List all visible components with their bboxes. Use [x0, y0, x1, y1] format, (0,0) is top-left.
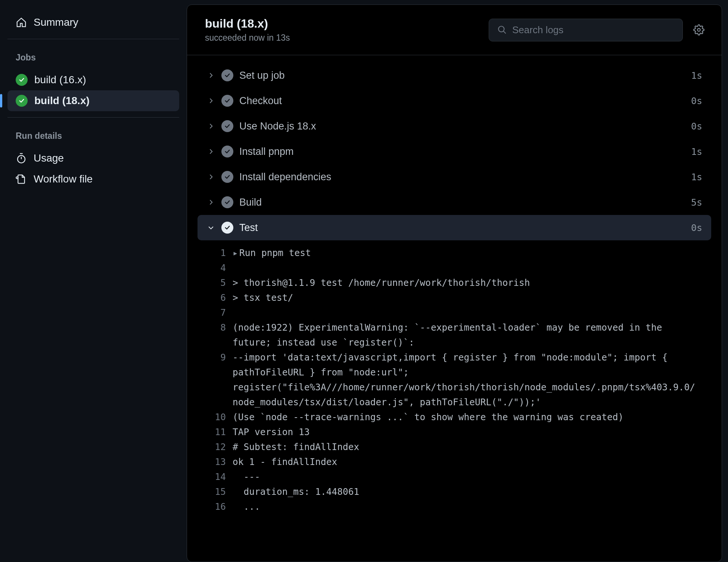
- chevron-down-icon: [206, 223, 215, 232]
- check-circle-icon: [16, 74, 28, 86]
- log-line: 10 (Use `node --trace-warnings ...` to s…: [197, 410, 711, 425]
- log-line-number: 7: [206, 305, 233, 320]
- log-line-number: 14: [206, 469, 233, 484]
- step-row[interactable]: Set up job 1s: [197, 63, 711, 88]
- step-duration: 0s: [691, 96, 702, 106]
- check-circle-icon: [221, 120, 233, 132]
- chevron-right-icon: [206, 147, 215, 156]
- check-circle-icon: [221, 95, 233, 107]
- chevron-right-icon: [206, 122, 215, 131]
- log-line-text: ▸Run pnpm test: [233, 246, 702, 260]
- log-line-text: > thorish@1.1.9 test /home/runner/work/t…: [233, 275, 702, 290]
- log-line-text: --import 'data:text/javascript,import { …: [233, 350, 702, 410]
- log-line-text: duration_ms: 1.448061: [233, 484, 702, 499]
- settings-button[interactable]: [692, 23, 706, 37]
- svg-point-4: [498, 26, 504, 32]
- step-row[interactable]: Install dependencies 1s: [197, 164, 711, 190]
- step-name: Install pnpm: [239, 146, 685, 157]
- log-line-text: ...: [233, 499, 702, 514]
- search-logs-box[interactable]: [489, 19, 683, 41]
- sidebar-run-details-heading: Run details: [7, 127, 179, 148]
- sidebar-workflow-file-label: Workflow file: [34, 173, 93, 185]
- sidebar-divider: [7, 39, 179, 39]
- log-line-number: 16: [206, 499, 233, 514]
- home-icon: [16, 17, 27, 28]
- check-circle-icon: [221, 69, 233, 81]
- log-line-number: 15: [206, 484, 233, 499]
- sidebar-workflow-file[interactable]: Workflow file: [7, 169, 179, 190]
- svg-line-5: [503, 31, 506, 34]
- sidebar-summary-label: Summary: [34, 16, 78, 28]
- step-row[interactable]: Build 5s: [197, 190, 711, 215]
- step-name: Set up job: [239, 70, 685, 81]
- sidebar-divider: [7, 117, 179, 118]
- sidebar-job-label: build (16.x): [34, 74, 86, 86]
- job-subtitle: succeeded now in 13s: [205, 33, 480, 43]
- log-line-number: 1: [206, 246, 233, 260]
- svg-point-3: [16, 177, 18, 179]
- sidebar-usage-label: Usage: [34, 152, 64, 164]
- log-line-text: ---: [233, 469, 702, 484]
- chevron-right-icon: [206, 172, 215, 181]
- sidebar-summary[interactable]: Summary: [7, 12, 179, 33]
- sidebar-job-build-18x[interactable]: build (18.x): [7, 90, 179, 111]
- log-line: 12 # Subtest: findAllIndex: [197, 440, 711, 455]
- log-line: 5 > thorish@1.1.9 test /home/runner/work…: [197, 275, 711, 290]
- log-line-text: (node:1922) ExperimentalWarning: `--expe…: [233, 320, 702, 350]
- main-panel: build (18.x) succeeded now in 13s: [187, 4, 722, 562]
- check-circle-icon: [221, 196, 233, 208]
- step-name: Install dependencies: [239, 171, 685, 183]
- check-circle-icon: [16, 95, 28, 107]
- sidebar-jobs-heading: Jobs: [7, 48, 179, 69]
- check-circle-icon: [221, 171, 233, 183]
- log-line: 15 duration_ms: 1.448061: [197, 484, 711, 499]
- step-name: Test: [239, 222, 685, 234]
- svg-point-6: [697, 28, 700, 31]
- log-line-number: 11: [206, 425, 233, 440]
- log-line-number: 10: [206, 410, 233, 425]
- step-duration: 0s: [691, 121, 702, 132]
- chevron-right-icon: [206, 96, 215, 105]
- step-duration: 0s: [691, 222, 702, 233]
- log-line-text: (Use `node --trace-warnings ...` to show…: [233, 410, 702, 425]
- log-output: 1 ▸Run pnpm test 4 5 > thorish@1.1.9 tes…: [197, 240, 711, 514]
- log-line-number: 13: [206, 455, 233, 469]
- caret-right-icon[interactable]: ▸: [233, 246, 239, 260]
- step-row[interactable]: Use Node.js 18.x 0s: [197, 113, 711, 139]
- step-row[interactable]: Install pnpm 1s: [197, 139, 711, 164]
- job-title: build (18.x): [205, 17, 480, 31]
- main-header: build (18.x) succeeded now in 13s: [187, 5, 722, 55]
- log-line: 1 ▸Run pnpm test: [197, 246, 711, 260]
- main-title-block: build (18.x) succeeded now in 13s: [205, 17, 480, 43]
- sidebar-job-build-16x[interactable]: build (16.x): [7, 69, 179, 90]
- workflow-file-icon: [16, 174, 27, 185]
- log-line-number: 9: [206, 350, 233, 365]
- search-icon: [497, 25, 507, 35]
- sidebar-usage[interactable]: Usage: [7, 148, 179, 169]
- log-line-text: > tsx test/: [233, 290, 702, 305]
- search-logs-input[interactable]: [512, 24, 674, 36]
- step-duration: 1s: [691, 172, 702, 182]
- log-line: 7: [197, 305, 711, 320]
- log-line: 8 (node:1922) ExperimentalWarning: `--ex…: [197, 320, 711, 350]
- log-line: 4: [197, 260, 711, 275]
- check-circle-icon: [221, 222, 233, 234]
- log-line: 16 ...: [197, 499, 711, 514]
- chevron-right-icon: [206, 71, 215, 80]
- steps-list: Set up job 1s Checkout 0s Use Node.js 18…: [187, 55, 722, 514]
- step-row[interactable]: Test 0s: [197, 215, 711, 240]
- gear-icon: [693, 24, 704, 35]
- log-line: 11 TAP version 13: [197, 425, 711, 440]
- step-name: Checkout: [239, 95, 685, 107]
- step-duration: 1s: [691, 146, 702, 157]
- sidebar: Summary Jobs build (16.x) build (18.x) R…: [0, 0, 187, 562]
- step-duration: 1s: [691, 70, 702, 81]
- sidebar-job-label: build (18.x): [34, 95, 90, 107]
- log-line: 14 ---: [197, 469, 711, 484]
- chevron-right-icon: [206, 198, 215, 207]
- log-line-number: 4: [206, 260, 233, 275]
- step-duration: 5s: [691, 197, 702, 208]
- log-line-text: # Subtest: findAllIndex: [233, 440, 702, 455]
- step-row[interactable]: Checkout 0s: [197, 88, 711, 113]
- log-line-number: 6: [206, 290, 233, 305]
